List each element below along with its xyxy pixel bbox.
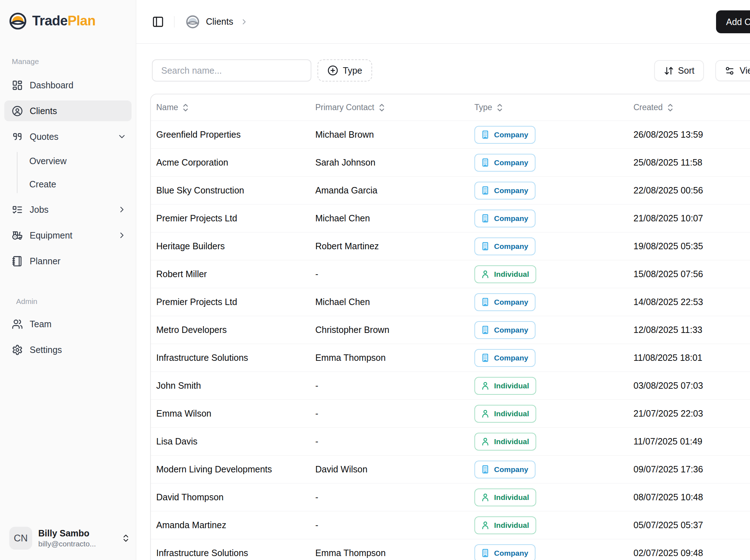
table-row[interactable]: Amanda Martinez - Individual 05/07/2025 … xyxy=(151,511,750,539)
breadcrumb[interactable]: Clients xyxy=(206,16,233,27)
clients-page: TradePlan Manage Dashboard Clients Q xyxy=(0,0,750,560)
view-button[interactable]: View xyxy=(715,60,750,81)
sidebar-item-team[interactable]: Team xyxy=(4,314,132,334)
user-email: billy@contracto... xyxy=(38,540,115,548)
sidebar-item-jobs[interactable]: Jobs xyxy=(4,199,132,220)
cell-name: Lisa Davis xyxy=(151,436,315,447)
cell-created: 26/08/2025 13:59 xyxy=(633,129,750,140)
cell-name: Amanda Martinez xyxy=(151,520,315,530)
cell-type: Individual xyxy=(474,516,633,534)
type-badge: Company xyxy=(474,349,536,367)
type-badge: Company xyxy=(474,126,536,144)
search-input[interactable] xyxy=(152,59,311,82)
badge-label: Company xyxy=(494,214,528,223)
sidebar-item-quotes[interactable]: Quotes xyxy=(4,126,132,147)
table-row[interactable]: Premier Projects Ltd Michael Chen Compan… xyxy=(151,288,750,316)
table-row[interactable]: Metro Developers Christopher Brown Compa… xyxy=(151,316,750,344)
arrow-down-up-icon xyxy=(664,66,674,76)
cell-created: 08/07/2025 10:48 xyxy=(633,492,750,502)
sidebar-item-planner[interactable]: Planner xyxy=(4,251,132,271)
type-badge: Individual xyxy=(474,488,536,506)
cell-created: 05/07/2025 05:37 xyxy=(633,520,750,530)
type-badge: Company xyxy=(474,182,536,200)
cell-created: 22/08/2025 00:56 xyxy=(633,185,750,196)
hardhat-logo-icon xyxy=(9,12,27,30)
table-row[interactable]: Infrastructure Solutions Emma Thompson C… xyxy=(151,344,750,372)
badge-label: Company xyxy=(494,242,528,251)
sidebar-item-quotes-create[interactable]: Create xyxy=(29,175,132,193)
notebook-icon xyxy=(12,256,23,267)
sort-button[interactable]: Sort xyxy=(654,60,704,81)
sidebar-item-settings[interactable]: Settings xyxy=(4,339,132,360)
sidebar-item-equipment[interactable]: Equipment xyxy=(4,225,132,246)
table-row[interactable]: Modern Living Developments David Wilson … xyxy=(151,455,750,483)
jobs-checklist-icon xyxy=(12,204,23,215)
sidebar-item-clients[interactable]: Clients xyxy=(4,100,132,121)
column-header-type[interactable]: Type xyxy=(474,103,633,112)
table-row[interactable]: Heritage Builders Robert Martinez Compan… xyxy=(151,232,750,260)
cell-contact: Emma Thompson xyxy=(315,353,474,363)
sort-chevrons-icon xyxy=(666,103,674,112)
badge-label: Company xyxy=(494,131,528,139)
chevron-right-icon xyxy=(117,205,127,214)
avatar: CN xyxy=(9,527,32,550)
sidebar-item-quotes-overview[interactable]: Overview xyxy=(29,152,132,170)
sidebar-item-label: Dashboard xyxy=(30,80,73,90)
add-client-button[interactable]: Add Client xyxy=(716,10,750,33)
cell-contact: Michael Brown xyxy=(315,129,474,140)
cell-created: 03/08/2025 07:03 xyxy=(633,380,750,391)
cell-type: Individual xyxy=(474,488,633,506)
cell-name: Metro Developers xyxy=(151,325,315,335)
user-menu[interactable]: CN Billy Sambo billy@contracto... xyxy=(0,521,136,560)
column-header-contact[interactable]: Primary Contact xyxy=(315,103,474,112)
type-badge: Individual xyxy=(474,516,536,534)
cell-created: 11/07/2025 01:49 xyxy=(633,436,750,447)
table-header-row: Name Primary Contact Type Created xyxy=(151,94,750,121)
sort-chevrons-icon xyxy=(378,103,386,112)
cell-contact: Robert Martinez xyxy=(315,241,474,251)
building-icon xyxy=(480,297,490,307)
column-header-created[interactable]: Created xyxy=(633,103,750,112)
table-row[interactable]: David Thompson - Individual 08/07/2025 1… xyxy=(151,483,750,511)
quotes-icon xyxy=(12,131,23,142)
cell-name: Modern Living Developments xyxy=(151,464,315,475)
type-badge: Company xyxy=(474,154,536,172)
brand-logo[interactable]: TradePlan xyxy=(0,0,136,34)
gear-icon xyxy=(12,344,23,355)
table-row[interactable]: Robert Miller - Individual 15/08/2025 07… xyxy=(151,260,750,288)
table-row[interactable]: Premier Projects Ltd Michael Chen Compan… xyxy=(151,204,750,232)
table-row[interactable]: John Smith - Individual 03/08/2025 07:03 xyxy=(151,372,750,399)
chevrons-up-down-icon xyxy=(121,534,130,543)
sidebar-item-label: Clients xyxy=(30,106,57,116)
building-icon xyxy=(480,241,490,251)
building-icon xyxy=(480,186,490,195)
sidebar-item-label: Settings xyxy=(30,345,62,355)
person-icon xyxy=(480,409,490,418)
building-icon xyxy=(480,465,490,474)
cell-contact: Michael Chen xyxy=(315,297,474,307)
cell-type: Company xyxy=(474,293,633,311)
badge-label: Company xyxy=(494,465,528,474)
sidebar-item-dashboard[interactable]: Dashboard xyxy=(4,75,132,95)
badge-label: Company xyxy=(494,326,528,334)
type-filter-button[interactable]: Type xyxy=(317,59,372,82)
cell-created: 15/08/2025 07:56 xyxy=(633,269,750,279)
sidebar-item-label: Equipment xyxy=(30,230,73,241)
cell-name: John Smith xyxy=(151,380,315,391)
table-row[interactable]: Blue Sky Construction Amanda Garcia Comp… xyxy=(151,176,750,204)
cell-created: 02/07/2025 09:48 xyxy=(633,548,750,558)
badge-label: Individual xyxy=(494,521,529,530)
view-label: View xyxy=(740,65,750,76)
table-row[interactable]: Acme Corporation Sarah Johnson Company 2… xyxy=(151,148,750,176)
cell-name: Blue Sky Construction xyxy=(151,185,315,196)
sidebar-toggle-icon[interactable] xyxy=(152,16,164,28)
plus-circle-icon xyxy=(327,65,338,76)
table-row[interactable]: Emma Wilson - Individual 21/07/2025 22:0… xyxy=(151,399,750,427)
cell-type: Company xyxy=(474,321,633,339)
table-row[interactable]: Lisa Davis - Individual 11/07/2025 01:49 xyxy=(151,427,750,455)
badge-label: Company xyxy=(494,298,528,306)
cell-contact: David Wilson xyxy=(315,464,474,475)
table-row[interactable]: Greenfield Properties Michael Brown Comp… xyxy=(151,121,750,148)
table-row[interactable]: Infrastructure Solutions Emma Thompson C… xyxy=(151,539,750,560)
column-header-name[interactable]: Name xyxy=(151,103,315,112)
